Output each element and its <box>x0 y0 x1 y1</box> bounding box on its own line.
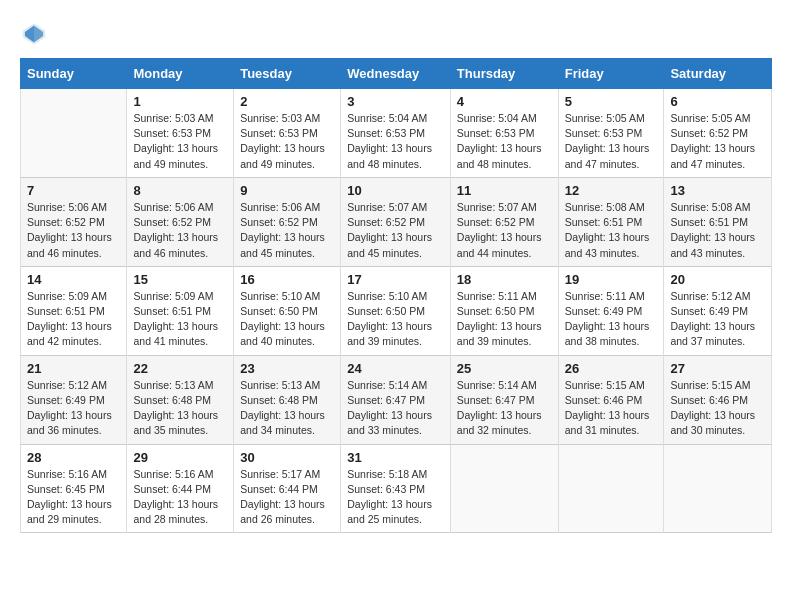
day-info: Sunrise: 5:16 AMSunset: 6:44 PMDaylight:… <box>133 467 227 528</box>
day-info: Sunrise: 5:17 AMSunset: 6:44 PMDaylight:… <box>240 467 334 528</box>
calendar-cell: 11Sunrise: 5:07 AMSunset: 6:52 PMDayligh… <box>450 177 558 266</box>
day-number: 27 <box>670 361 765 376</box>
day-info: Sunrise: 5:04 AMSunset: 6:53 PMDaylight:… <box>457 111 552 172</box>
day-number: 1 <box>133 94 227 109</box>
day-info: Sunrise: 5:11 AMSunset: 6:49 PMDaylight:… <box>565 289 658 350</box>
day-info: Sunrise: 5:18 AMSunset: 6:43 PMDaylight:… <box>347 467 444 528</box>
day-info: Sunrise: 5:14 AMSunset: 6:47 PMDaylight:… <box>457 378 552 439</box>
day-number: 19 <box>565 272 658 287</box>
calendar-cell: 22Sunrise: 5:13 AMSunset: 6:48 PMDayligh… <box>127 355 234 444</box>
calendar-cell: 7Sunrise: 5:06 AMSunset: 6:52 PMDaylight… <box>21 177 127 266</box>
calendar-week-row: 7Sunrise: 5:06 AMSunset: 6:52 PMDaylight… <box>21 177 772 266</box>
calendar-cell: 9Sunrise: 5:06 AMSunset: 6:52 PMDaylight… <box>234 177 341 266</box>
day-number: 2 <box>240 94 334 109</box>
calendar-week-row: 1Sunrise: 5:03 AMSunset: 6:53 PMDaylight… <box>21 89 772 178</box>
calendar-cell: 20Sunrise: 5:12 AMSunset: 6:49 PMDayligh… <box>664 266 772 355</box>
day-number: 5 <box>565 94 658 109</box>
day-number: 10 <box>347 183 444 198</box>
weekday-header-wednesday: Wednesday <box>341 59 451 89</box>
calendar-table: SundayMondayTuesdayWednesdayThursdayFrid… <box>20 58 772 533</box>
calendar-cell: 5Sunrise: 5:05 AMSunset: 6:53 PMDaylight… <box>558 89 664 178</box>
day-info: Sunrise: 5:09 AMSunset: 6:51 PMDaylight:… <box>133 289 227 350</box>
day-info: Sunrise: 5:05 AMSunset: 6:53 PMDaylight:… <box>565 111 658 172</box>
calendar-cell <box>558 444 664 533</box>
day-number: 18 <box>457 272 552 287</box>
calendar-cell: 21Sunrise: 5:12 AMSunset: 6:49 PMDayligh… <box>21 355 127 444</box>
day-info: Sunrise: 5:10 AMSunset: 6:50 PMDaylight:… <box>240 289 334 350</box>
calendar-cell: 17Sunrise: 5:10 AMSunset: 6:50 PMDayligh… <box>341 266 451 355</box>
day-number: 31 <box>347 450 444 465</box>
calendar-cell: 8Sunrise: 5:06 AMSunset: 6:52 PMDaylight… <box>127 177 234 266</box>
calendar-week-row: 14Sunrise: 5:09 AMSunset: 6:51 PMDayligh… <box>21 266 772 355</box>
day-number: 29 <box>133 450 227 465</box>
day-number: 30 <box>240 450 334 465</box>
day-info: Sunrise: 5:12 AMSunset: 6:49 PMDaylight:… <box>27 378 120 439</box>
weekday-header-saturday: Saturday <box>664 59 772 89</box>
day-info: Sunrise: 5:06 AMSunset: 6:52 PMDaylight:… <box>240 200 334 261</box>
day-info: Sunrise: 5:13 AMSunset: 6:48 PMDaylight:… <box>240 378 334 439</box>
calendar-cell: 30Sunrise: 5:17 AMSunset: 6:44 PMDayligh… <box>234 444 341 533</box>
day-info: Sunrise: 5:11 AMSunset: 6:50 PMDaylight:… <box>457 289 552 350</box>
calendar-cell: 4Sunrise: 5:04 AMSunset: 6:53 PMDaylight… <box>450 89 558 178</box>
calendar-cell: 27Sunrise: 5:15 AMSunset: 6:46 PMDayligh… <box>664 355 772 444</box>
calendar-cell: 1Sunrise: 5:03 AMSunset: 6:53 PMDaylight… <box>127 89 234 178</box>
day-number: 12 <box>565 183 658 198</box>
day-number: 17 <box>347 272 444 287</box>
day-number: 26 <box>565 361 658 376</box>
day-number: 21 <box>27 361 120 376</box>
day-number: 24 <box>347 361 444 376</box>
day-number: 16 <box>240 272 334 287</box>
calendar-cell <box>21 89 127 178</box>
calendar-cell: 18Sunrise: 5:11 AMSunset: 6:50 PMDayligh… <box>450 266 558 355</box>
day-info: Sunrise: 5:10 AMSunset: 6:50 PMDaylight:… <box>347 289 444 350</box>
calendar-cell <box>450 444 558 533</box>
day-number: 14 <box>27 272 120 287</box>
logo <box>20 20 52 48</box>
day-number: 13 <box>670 183 765 198</box>
day-number: 20 <box>670 272 765 287</box>
logo-icon <box>20 20 48 48</box>
calendar-cell: 19Sunrise: 5:11 AMSunset: 6:49 PMDayligh… <box>558 266 664 355</box>
page-header <box>20 20 772 48</box>
calendar-cell: 12Sunrise: 5:08 AMSunset: 6:51 PMDayligh… <box>558 177 664 266</box>
calendar-cell: 2Sunrise: 5:03 AMSunset: 6:53 PMDaylight… <box>234 89 341 178</box>
calendar-cell: 15Sunrise: 5:09 AMSunset: 6:51 PMDayligh… <box>127 266 234 355</box>
day-info: Sunrise: 5:15 AMSunset: 6:46 PMDaylight:… <box>565 378 658 439</box>
day-number: 6 <box>670 94 765 109</box>
day-info: Sunrise: 5:03 AMSunset: 6:53 PMDaylight:… <box>133 111 227 172</box>
day-number: 22 <box>133 361 227 376</box>
calendar-cell: 23Sunrise: 5:13 AMSunset: 6:48 PMDayligh… <box>234 355 341 444</box>
day-info: Sunrise: 5:16 AMSunset: 6:45 PMDaylight:… <box>27 467 120 528</box>
day-info: Sunrise: 5:06 AMSunset: 6:52 PMDaylight:… <box>133 200 227 261</box>
day-info: Sunrise: 5:07 AMSunset: 6:52 PMDaylight:… <box>457 200 552 261</box>
calendar-cell: 10Sunrise: 5:07 AMSunset: 6:52 PMDayligh… <box>341 177 451 266</box>
calendar-cell <box>664 444 772 533</box>
day-info: Sunrise: 5:03 AMSunset: 6:53 PMDaylight:… <box>240 111 334 172</box>
weekday-header-monday: Monday <box>127 59 234 89</box>
calendar-cell: 14Sunrise: 5:09 AMSunset: 6:51 PMDayligh… <box>21 266 127 355</box>
day-info: Sunrise: 5:14 AMSunset: 6:47 PMDaylight:… <box>347 378 444 439</box>
day-number: 3 <box>347 94 444 109</box>
calendar-cell: 29Sunrise: 5:16 AMSunset: 6:44 PMDayligh… <box>127 444 234 533</box>
day-number: 23 <box>240 361 334 376</box>
day-number: 15 <box>133 272 227 287</box>
calendar-cell: 3Sunrise: 5:04 AMSunset: 6:53 PMDaylight… <box>341 89 451 178</box>
calendar-week-row: 28Sunrise: 5:16 AMSunset: 6:45 PMDayligh… <box>21 444 772 533</box>
weekday-header-friday: Friday <box>558 59 664 89</box>
day-info: Sunrise: 5:15 AMSunset: 6:46 PMDaylight:… <box>670 378 765 439</box>
calendar-cell: 6Sunrise: 5:05 AMSunset: 6:52 PMDaylight… <box>664 89 772 178</box>
day-number: 9 <box>240 183 334 198</box>
weekday-header-thursday: Thursday <box>450 59 558 89</box>
day-info: Sunrise: 5:09 AMSunset: 6:51 PMDaylight:… <box>27 289 120 350</box>
calendar-cell: 24Sunrise: 5:14 AMSunset: 6:47 PMDayligh… <box>341 355 451 444</box>
day-number: 7 <box>27 183 120 198</box>
calendar-cell: 13Sunrise: 5:08 AMSunset: 6:51 PMDayligh… <box>664 177 772 266</box>
calendar-cell: 16Sunrise: 5:10 AMSunset: 6:50 PMDayligh… <box>234 266 341 355</box>
day-info: Sunrise: 5:08 AMSunset: 6:51 PMDaylight:… <box>565 200 658 261</box>
day-number: 8 <box>133 183 227 198</box>
day-number: 28 <box>27 450 120 465</box>
calendar-cell: 31Sunrise: 5:18 AMSunset: 6:43 PMDayligh… <box>341 444 451 533</box>
day-info: Sunrise: 5:06 AMSunset: 6:52 PMDaylight:… <box>27 200 120 261</box>
calendar-cell: 26Sunrise: 5:15 AMSunset: 6:46 PMDayligh… <box>558 355 664 444</box>
day-info: Sunrise: 5:08 AMSunset: 6:51 PMDaylight:… <box>670 200 765 261</box>
